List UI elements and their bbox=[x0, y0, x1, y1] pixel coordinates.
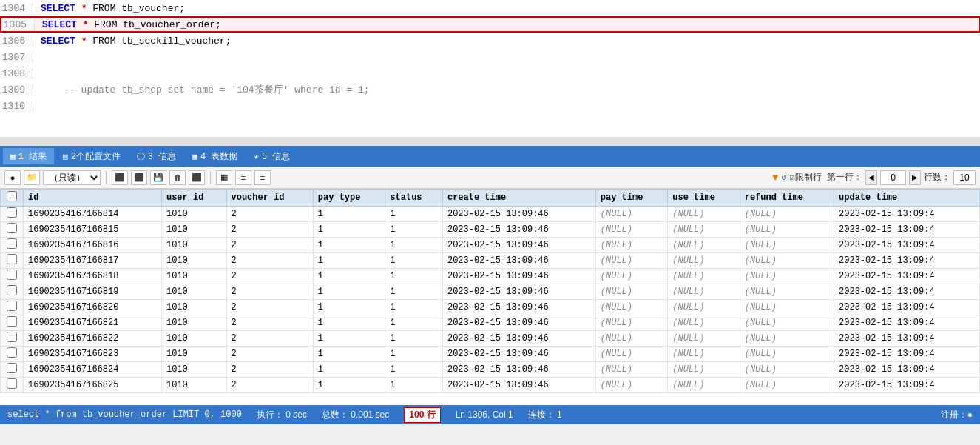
table-row[interactable]: 1690235416716681410102112023-02-15 13:09… bbox=[1, 207, 980, 222]
cell-user_id: 1010 bbox=[161, 362, 226, 378]
table-row[interactable]: 1690235416716682110102112023-02-15 13:09… bbox=[1, 315, 980, 331]
tab-icon: ▤ bbox=[63, 152, 68, 161]
cell-pay_time: (NULL) bbox=[595, 269, 667, 284]
code-editor[interactable]: 1304SELECT * FROM tb_voucher;1305SELECT … bbox=[0, 0, 980, 137]
row-checkbox[interactable] bbox=[1, 222, 24, 238]
code-line[interactable]: 1304SELECT * FROM tb_voucher; bbox=[0, 0, 980, 16]
cell-pay_type: 1 bbox=[313, 253, 385, 269]
code-line[interactable]: 1310 bbox=[0, 98, 980, 114]
cell-status: 1 bbox=[385, 300, 443, 315]
row-checkbox[interactable] bbox=[1, 207, 24, 222]
col-header-status[interactable]: status bbox=[385, 190, 443, 207]
cell-refund_time: (NULL) bbox=[740, 269, 834, 284]
col-header-update_time[interactable]: update_time bbox=[834, 190, 980, 207]
table-row[interactable]: 1690235416716682510102112023-02-15 13:09… bbox=[1, 378, 980, 393]
col-header-pay_time[interactable]: pay_time bbox=[595, 190, 667, 207]
line-number: 1304 bbox=[0, 3, 33, 14]
toolbar-filter-btn[interactable]: ⬛ bbox=[112, 170, 128, 185]
cell-use_time: (NULL) bbox=[668, 378, 740, 393]
line-content bbox=[33, 101, 47, 112]
cell-voucher_id: 2 bbox=[226, 222, 313, 238]
code-line[interactable]: 1309 -- update tb_shop set name = '104茶餐… bbox=[0, 81, 980, 98]
toolbar-delete-btn[interactable]: 🗑 bbox=[169, 170, 186, 185]
cell-pay_time: (NULL) bbox=[595, 378, 667, 393]
toolbar-record-btn[interactable]: ● bbox=[4, 170, 21, 185]
table-row[interactable]: 1690235416716682210102112023-02-15 13:09… bbox=[1, 331, 980, 347]
toolbar-reload-btn[interactable]: ⬛ bbox=[189, 170, 205, 185]
cell-create_time: 2023-02-15 13:09:46 bbox=[442, 347, 595, 362]
cell-use_time: (NULL) bbox=[668, 362, 740, 378]
cell-refund_time: (NULL) bbox=[740, 207, 834, 222]
readonly-select[interactable]: （只读）（只读） bbox=[43, 170, 101, 185]
row-checkbox[interactable] bbox=[1, 347, 24, 362]
code-line[interactable]: 1306SELECT * FROM tb_seckill_voucher; bbox=[0, 33, 980, 49]
row-checkbox[interactable] bbox=[1, 300, 24, 315]
status-query: select * from tb_voucher_order LIMIT 0, … bbox=[7, 409, 242, 420]
code-line[interactable]: 1308 bbox=[0, 65, 980, 81]
table-row[interactable]: 1690235416716681910102112023-02-15 13:09… bbox=[1, 284, 980, 300]
toolbar-text-btn[interactable]: ≡ bbox=[254, 170, 271, 185]
col-header-voucher_id[interactable]: voucher_id bbox=[226, 190, 313, 207]
row-checkbox[interactable] bbox=[1, 269, 24, 284]
horizontal-scrollbar[interactable] bbox=[0, 137, 980, 146]
cell-user_id: 1010 bbox=[161, 300, 226, 315]
code-line[interactable]: 1307 bbox=[0, 49, 980, 65]
toolbar-grid-btn[interactable]: ▦ bbox=[216, 170, 232, 185]
cell-refund_time: (NULL) bbox=[740, 315, 834, 331]
col-header-use_time[interactable]: use_time bbox=[668, 190, 740, 207]
col-header-create_time[interactable]: create_time bbox=[442, 190, 595, 207]
row-checkbox[interactable] bbox=[1, 315, 24, 331]
cell-voucher_id: 2 bbox=[226, 253, 313, 269]
table-row[interactable]: 1690235416716682010102112023-02-15 13:09… bbox=[1, 300, 980, 315]
status-row-count: 100 行 bbox=[404, 407, 440, 423]
row-count-input[interactable] bbox=[953, 170, 976, 185]
row-checkbox[interactable] bbox=[1, 378, 24, 393]
tab-label: 3 信息 bbox=[148, 150, 176, 163]
nav-prev-btn[interactable]: ◀ bbox=[865, 170, 877, 185]
cell-id: 16902354167166815 bbox=[24, 222, 162, 238]
table-row[interactable]: 1690235416716682310102112023-02-15 13:09… bbox=[1, 347, 980, 362]
cell-status: 1 bbox=[385, 284, 443, 300]
tab-label: 4 表数据 bbox=[200, 150, 237, 163]
cell-id: 16902354167166814 bbox=[24, 207, 162, 222]
tab-icon: ⓘ bbox=[137, 151, 145, 162]
toolbar-filter2-btn[interactable]: ⬛ bbox=[131, 170, 147, 185]
row-checkbox[interactable] bbox=[1, 284, 24, 300]
col-header-pay_type[interactable]: pay_type bbox=[313, 190, 385, 207]
row-checkbox[interactable] bbox=[1, 362, 24, 378]
row-checkbox[interactable] bbox=[1, 238, 24, 253]
cell-create_time: 2023-02-15 13:09:46 bbox=[442, 222, 595, 238]
tab-results[interactable]: ▦1 结果 bbox=[3, 148, 54, 164]
cell-id: 16902354167166820 bbox=[24, 300, 162, 315]
code-line[interactable]: 1305SELECT * FROM tb_voucher_order; bbox=[0, 16, 980, 33]
table-row[interactable]: 1690235416716681710102112023-02-15 13:09… bbox=[1, 253, 980, 269]
toolbar-save-btn[interactable]: 💾 bbox=[150, 170, 166, 185]
filter-icon: ▼ bbox=[772, 172, 778, 184]
data-table-container[interactable]: iduser_idvoucher_idpay_typestatuscreate_… bbox=[0, 189, 980, 405]
col-header-id[interactable]: id bbox=[24, 190, 162, 207]
cell-create_time: 2023-02-15 13:09:46 bbox=[442, 315, 595, 331]
toolbar-open-btn[interactable]: 📁 bbox=[24, 170, 40, 185]
toolbar-list-btn[interactable]: ≡ bbox=[235, 170, 251, 185]
cell-update_time: 2023-02-15 13:09:4 bbox=[834, 315, 980, 331]
line-number: 1306 bbox=[0, 36, 33, 47]
cell-user_id: 1010 bbox=[161, 315, 226, 331]
cell-status: 1 bbox=[385, 253, 443, 269]
table-row[interactable]: 1690235416716682410102112023-02-15 13:09… bbox=[1, 362, 980, 378]
row-checkbox[interactable] bbox=[1, 331, 24, 347]
tab-info2[interactable]: ★5 信息 bbox=[246, 148, 297, 164]
table-row[interactable]: 1690235416716681810102112023-02-15 13:09… bbox=[1, 269, 980, 284]
table-row[interactable]: 1690235416716681610102112023-02-15 13:09… bbox=[1, 238, 980, 253]
table-row[interactable]: 1690235416716681510102112023-02-15 13:09… bbox=[1, 222, 980, 238]
cell-status: 1 bbox=[385, 315, 443, 331]
col-header-user_id[interactable]: user_id bbox=[161, 190, 226, 207]
row-checkbox[interactable] bbox=[1, 253, 24, 269]
tab-info[interactable]: ⓘ3 信息 bbox=[129, 148, 183, 164]
col-checkbox-header[interactable] bbox=[1, 190, 24, 207]
limit-start-input[interactable] bbox=[880, 170, 906, 185]
nav-next-btn[interactable]: ▶ bbox=[909, 170, 921, 185]
cell-voucher_id: 2 bbox=[226, 362, 313, 378]
tab-config[interactable]: ▤2个配置文件 bbox=[55, 148, 128, 164]
tab-tabledata[interactable]: ▦4 表数据 bbox=[185, 148, 245, 164]
col-header-refund_time[interactable]: refund_time bbox=[740, 190, 834, 207]
